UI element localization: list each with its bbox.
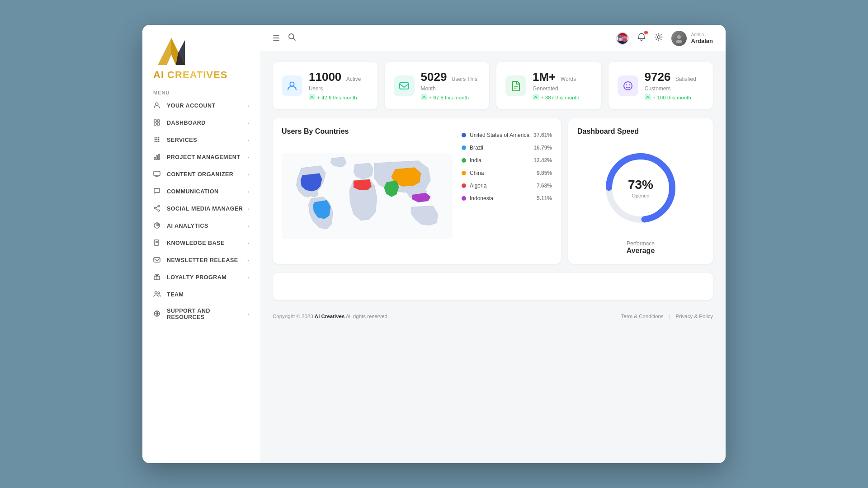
sidebar-item-services[interactable]: SERVICES › <box>142 131 260 149</box>
performance-value: Average <box>627 247 655 255</box>
svg-point-11 <box>155 139 156 141</box>
legend-item-india: India 12.42% <box>462 157 552 164</box>
settings-icon[interactable] <box>654 33 663 44</box>
stat-card-users-this-month: 5029 Users ThisMonth + 67.8 this month <box>385 62 490 109</box>
nav-item-left: TEAM <box>153 291 184 299</box>
svg-line-25 <box>156 209 158 210</box>
legend-country: Brazil <box>470 145 483 151</box>
satisfied-customers-number: 9726 <box>645 70 671 84</box>
svg-rect-39 <box>309 94 315 100</box>
knowledge-base-icon <box>153 239 161 247</box>
satisfied-customers-change-value: + 100 this month <box>653 95 691 100</box>
svg-point-46 <box>626 84 627 85</box>
stat-card-active-users: 11000 ActiveUsers + 42.6 this month <box>273 62 377 109</box>
nav-item-label: KNOWLEDGE BASE <box>167 240 225 246</box>
world-map <box>282 142 453 250</box>
sidebar-item-project-management[interactable]: PROJECT MANAGEMENT › <box>142 149 260 166</box>
trend-arrow <box>645 94 651 101</box>
legend-pct: 5.11% <box>537 195 552 202</box>
hamburger-icon[interactable]: ☰ <box>273 33 280 43</box>
nav-item-left: PROJECT MANAGEMENT <box>153 153 240 161</box>
svg-rect-48 <box>645 94 651 100</box>
sidebar-item-support-resources[interactable]: SUPPORT AND RESOURCES › <box>142 303 260 325</box>
sidebar-item-content-organizer[interactable]: CONTENT ORGANIZER › <box>142 166 260 183</box>
copyright: Copyright © 2023 AI Creatives All rights… <box>273 314 389 319</box>
sidebar-item-dashboard[interactable]: DASHBOARD › <box>142 114 260 131</box>
nav-item-label: YOUR ACCOUNT <box>167 103 216 109</box>
legend-pct: 12.42% <box>533 157 552 164</box>
flag-icon[interactable]: 🇺🇸 <box>616 32 629 45</box>
legend-dot <box>462 145 466 150</box>
nav-item-label: AI ANALYTICS <box>167 223 208 229</box>
nav-item-left: YOUR ACCOUNT <box>153 102 216 110</box>
legend-dot <box>462 133 466 137</box>
svg-point-35 <box>657 36 660 38</box>
legend-item-indonesia: Indonesia 5.11% <box>462 195 552 202</box>
legend-left: United States of America <box>462 132 529 138</box>
legend-item-brazil: Brazil 16.79% <box>462 145 552 151</box>
donut-chart: 73% Opened <box>600 147 681 229</box>
chevron-icon: › <box>247 206 249 211</box>
nav-item-left: SUPPORT AND RESOURCES <box>153 308 247 320</box>
topbar-right: 🇺🇸 Admin Ardalan <box>616 31 713 46</box>
avatar <box>671 31 687 46</box>
footer-divider: | <box>669 314 670 319</box>
topbar-left: ☰ <box>273 33 296 43</box>
stat-card-words-generated: 1M+ WordsGenerated + 887 this month <box>496 62 601 109</box>
svg-point-22 <box>158 210 160 211</box>
footer-links: Term & Conditions | Privacy & Policy <box>621 314 713 319</box>
chevron-icon: › <box>247 172 249 177</box>
sidebar-item-loyalty-program[interactable]: LOYALTY PROGRAM › <box>142 269 260 286</box>
footer: Copyright © 2023 AI Creatives All rights… <box>273 309 713 321</box>
map-card: Users By Countries <box>273 118 561 264</box>
bell-icon[interactable] <box>637 33 646 44</box>
donut-opened-label: Opened <box>628 193 653 198</box>
notification-badge <box>644 31 648 34</box>
svg-point-37 <box>676 40 682 43</box>
user-info[interactable]: Admin Ardalan <box>671 31 713 46</box>
legend-dot <box>462 171 466 175</box>
active-users-number-row: 11000 ActiveUsers <box>309 70 368 92</box>
svg-point-31 <box>158 292 160 294</box>
legend-country: United States of America <box>470 132 529 138</box>
nav-item-left: KNOWLEDGE BASE <box>153 239 225 247</box>
legend-pct: 16.79% <box>533 145 552 151</box>
svg-rect-28 <box>154 258 160 262</box>
active-users-change-value: + 42.6 this month <box>317 95 357 100</box>
sidebar-item-team[interactable]: TEAM <box>142 286 260 303</box>
legend-country: Indonesia <box>470 195 493 202</box>
map-title: Users By Countries <box>282 127 453 136</box>
project-management-icon <box>153 153 161 161</box>
legend-left: India <box>462 157 481 164</box>
satisfied-customers-change: + 100 this month <box>645 94 704 101</box>
loyalty-program-icon <box>153 273 161 282</box>
sidebar-item-social-media-manager[interactable]: SOCIAL MEDIA MANAGER › <box>142 200 260 217</box>
svg-point-38 <box>290 82 294 86</box>
legend-pct: 37.61% <box>533 132 552 138</box>
svg-rect-4 <box>154 120 156 122</box>
svg-rect-40 <box>400 83 409 89</box>
nav-item-left: DASHBOARD <box>153 119 206 127</box>
nav-item-label: LOYALTY PROGRAM <box>167 274 226 281</box>
active-users-body: 11000 ActiveUsers + 42.6 this month <box>309 70 368 101</box>
svg-rect-19 <box>158 154 160 160</box>
stat-cards: 11000 ActiveUsers + 42.6 this month 5029… <box>273 62 713 109</box>
privacy-link[interactable]: Privacy & Policy <box>676 314 713 319</box>
sidebar-item-communication[interactable]: COMMUNICATION › <box>142 183 260 200</box>
legend-item-china: China 9.85% <box>462 170 552 176</box>
sidebar-item-newsletter-release[interactable]: NEWSLETTER RELEASE › <box>142 252 260 269</box>
nav-item-left: NEWSLETTER RELEASE <box>153 256 238 264</box>
svg-point-15 <box>156 141 158 142</box>
social-media-manager-icon <box>153 205 161 213</box>
legend-left: Algeria <box>462 183 486 189</box>
chevron-icon: › <box>247 275 249 280</box>
legend-dot <box>462 158 466 163</box>
active-users-icon <box>282 75 302 96</box>
sidebar-item-your-account[interactable]: YOUR ACCOUNT › <box>142 97 260 114</box>
terms-link[interactable]: Term & Conditions <box>621 314 664 319</box>
svg-point-47 <box>628 84 629 85</box>
sidebar-item-ai-analytics[interactable]: AI ANALYTICS › <box>142 217 260 235</box>
nav-item-label: CONTENT ORGANIZER <box>167 171 233 178</box>
sidebar-item-knowledge-base[interactable]: KNOWLEDGE BASE › <box>142 235 260 252</box>
search-icon[interactable] <box>288 33 296 43</box>
